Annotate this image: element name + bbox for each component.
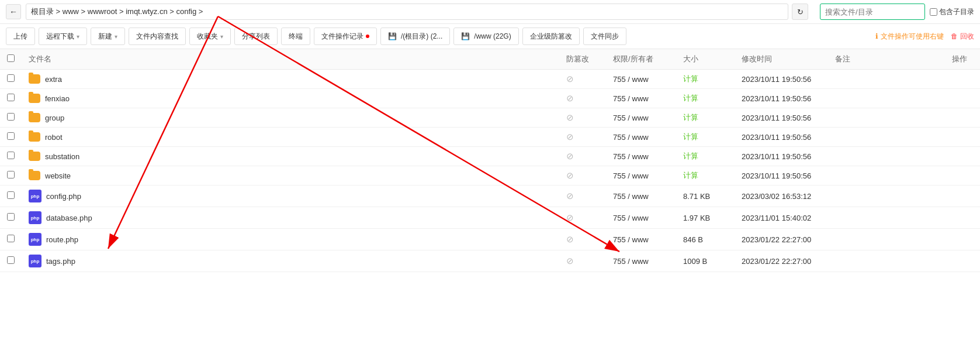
perm-cell: 755 / www (606, 207, 676, 229)
row-checkbox[interactable] (7, 235, 15, 242)
col-time-header: 修改时间 (735, 49, 828, 70)
calc-link[interactable]: 计算 (683, 94, 698, 102)
ops-cell (945, 147, 980, 166)
row-checkbox[interactable] (7, 74, 15, 82)
shield-icon: ⊘ (566, 234, 574, 244)
file-name-cell: phproute.php (29, 233, 552, 246)
file-name-text[interactable]: website (45, 171, 71, 180)
mtime-cell: 2023/11/01 15:40:02 (735, 207, 828, 229)
refresh-button[interactable]: ↻ (792, 4, 808, 20)
note-cell (828, 70, 945, 89)
table-row: substation⊘755 / www计算2023/10/11 19:50:5… (0, 147, 980, 166)
folder-icon (29, 113, 40, 122)
mtime-cell: 2023/10/11 19:50:56 (735, 89, 828, 108)
recycle-button[interactable]: 🗑 回收 (951, 32, 974, 42)
perm-cell: 755 / www (606, 250, 676, 272)
col-antileech-header: 防篡改 (559, 49, 606, 70)
row-checkbox[interactable] (7, 132, 15, 140)
perm-cell: 755 / www (606, 89, 676, 108)
folder-icon (29, 132, 40, 142)
favorites-button[interactable]: 收藏夹 ▾ (189, 28, 231, 45)
mtime-cell: 2023/10/11 19:50:56 (735, 70, 828, 89)
note-cell (828, 229, 945, 250)
www-dir-button[interactable]: 💾 /www (22G) (453, 28, 518, 45)
calc-link[interactable]: 计算 (683, 74, 698, 83)
calc-link[interactable]: 计算 (683, 152, 698, 160)
log-dot-indicator (366, 35, 369, 38)
note-cell (828, 207, 945, 229)
table-header-row: 文件名 防篡改 权限/所有者 大小 修改时间 备注 操作 (0, 49, 980, 70)
row-checkbox[interactable] (7, 94, 15, 101)
size-cell: 计算 (676, 128, 735, 147)
size-cell: 846 B (676, 229, 735, 250)
ops-cell (945, 70, 980, 89)
ops-cell (945, 186, 980, 207)
col-size-header: 大小 (676, 49, 735, 70)
table-row: extra⊘755 / www计算2023/10/11 19:50:56 (0, 70, 980, 89)
calc-link[interactable]: 计算 (683, 132, 698, 141)
file-ops-log-button[interactable]: 文件操作记录 (314, 28, 377, 45)
row-checkbox[interactable] (7, 171, 15, 178)
terminal-button[interactable]: 终端 (281, 28, 310, 45)
search-input[interactable] (820, 4, 925, 20)
share-list-button[interactable]: 分享列表 (234, 28, 278, 45)
table-row: website⊘755 / www计算2023/10/11 19:50:56 (0, 166, 980, 186)
shield-icon: ⊘ (566, 170, 574, 180)
folder-icon (29, 74, 40, 84)
remote-download-button[interactable]: 远程下载 ▾ (39, 28, 87, 45)
file-content-search-button[interactable]: 文件内容查找 (129, 28, 186, 45)
path-input[interactable] (26, 4, 788, 20)
table-row: fenxiao⊘755 / www计算2023/10/11 19:50:56 (0, 89, 980, 108)
file-name-text[interactable]: fenxiao (45, 94, 70, 103)
row-checkbox[interactable] (7, 152, 15, 159)
size-cell: 1009 B (676, 250, 735, 272)
file-name-text[interactable]: route.php (46, 235, 78, 244)
file-name-text[interactable]: config.php (46, 192, 81, 201)
new-button[interactable]: 新建 ▾ (91, 28, 125, 45)
file-name-text[interactable]: tags.php (46, 257, 75, 266)
col-name-header: 文件名 (22, 49, 559, 70)
row-checkbox[interactable] (7, 191, 15, 199)
note-cell (828, 89, 945, 108)
calc-link[interactable]: 计算 (683, 113, 698, 122)
file-name-cell: phpconfig.php (29, 190, 552, 202)
size-cell: 计算 (676, 108, 735, 128)
file-name-text[interactable]: robot (45, 133, 63, 142)
size-cell: 计算 (676, 147, 735, 166)
col-perm-header: 权限/所有者 (606, 49, 676, 70)
select-all-checkbox[interactable] (7, 54, 15, 62)
shield-icon: ⊘ (566, 112, 574, 122)
upload-button[interactable]: 上传 (6, 28, 35, 45)
shield-icon: ⊘ (566, 212, 574, 222)
table-row: phpconfig.php⊘755 / www8.71 KB2023/03/02… (0, 186, 980, 207)
row-checkbox[interactable] (7, 113, 15, 121)
file-sync-button[interactable]: 文件同步 (583, 28, 626, 45)
calc-link[interactable]: 计算 (683, 171, 698, 180)
mtime-cell: 2023/10/11 19:50:56 (735, 108, 828, 128)
root-dir-button[interactable]: 💾 /(根目录) (2... (380, 28, 450, 45)
shield-icon: ⊘ (566, 256, 574, 266)
enterprise-antileech-button[interactable]: 企业级防篡改 (522, 28, 580, 45)
mtime-cell: 2023/10/11 19:50:56 (735, 147, 828, 166)
row-checkbox[interactable] (7, 213, 15, 221)
note-cell (828, 128, 945, 147)
perm-cell: 755 / www (606, 108, 676, 128)
row-checkbox[interactable] (7, 256, 15, 264)
size-cell: 1.97 KB (676, 207, 735, 229)
file-name-text[interactable]: database.php (46, 214, 92, 222)
toolbar: 上传 远程下载 ▾ 新建 ▾ 文件内容查找 收藏夹 ▾ 分享列表 终端 文件操作… (0, 24, 980, 49)
col-check-header (0, 49, 22, 70)
table-row: phproute.php⊘755 / www846 B2023/01/22 22… (0, 229, 980, 250)
include-subdir-checkbox[interactable] (930, 8, 937, 16)
size-cell: 8.71 KB (676, 186, 735, 207)
folder-icon (29, 94, 40, 103)
file-name-text[interactable]: group (45, 114, 64, 122)
file-name-text[interactable]: substation (45, 152, 79, 161)
file-table: 文件名 防篡改 权限/所有者 大小 修改时间 备注 操作 extra⊘755 /… (0, 49, 980, 272)
file-name-cell: group (29, 113, 552, 122)
ops-cell (945, 229, 980, 250)
perm-cell: 755 / www (606, 147, 676, 166)
back-button[interactable]: ← (6, 4, 21, 19)
mtime-cell: 2023/03/02 16:53:12 (735, 186, 828, 207)
file-name-text[interactable]: extra (45, 75, 62, 84)
